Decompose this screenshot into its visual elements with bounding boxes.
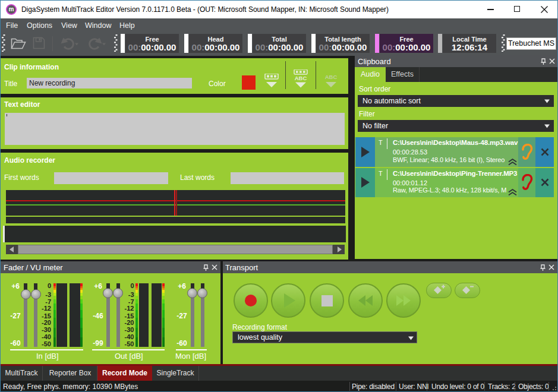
- svg-text:ABC: ABC: [325, 74, 338, 80]
- svg-text:ABC: ABC: [295, 75, 307, 81]
